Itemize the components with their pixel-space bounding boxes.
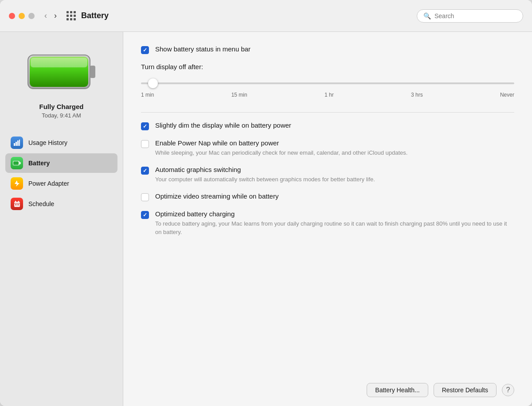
grid-dot	[70, 11, 72, 13]
slider-tick-label-1min: 1 min	[141, 92, 154, 98]
grid-dot	[74, 11, 76, 13]
sidebar-item-usage-history[interactable]: Usage History	[5, 133, 117, 152]
setting-row-optimized-charging: Optimized battery charging To reduce bat…	[141, 210, 514, 236]
setting-row-auto-graphics: Automatic graphics switching Your comput…	[141, 166, 514, 183]
slider-wrap[interactable]	[141, 77, 514, 90]
minimize-button[interactable]	[19, 13, 25, 19]
sidebar-item-battery[interactable]: Battery	[5, 153, 117, 173]
main-area: Fully Charged Today, 9:41 AM Usage Histo…	[0, 32, 532, 406]
svg-rect-10	[13, 161, 19, 165]
svg-rect-15	[14, 203, 20, 204]
restore-defaults-button[interactable]: Restore Defaults	[434, 383, 497, 397]
svg-rect-4	[14, 143, 15, 146]
sidebar-item-label: Battery	[28, 160, 50, 167]
forward-button[interactable]: ›	[51, 9, 59, 22]
power-adapter-icon	[11, 177, 23, 190]
grid-dot	[66, 18, 69, 20]
sidebar-item-schedule[interactable]: Schedule	[5, 194, 117, 214]
grid-dot	[70, 15, 72, 17]
optimize-video-label[interactable]: Optimize video streaming while on batter…	[155, 192, 278, 200]
sidebar-nav: Usage History Battery	[5, 133, 117, 214]
help-button[interactable]: ?	[502, 384, 514, 396]
search-icon: 🔍	[423, 12, 431, 20]
battery-status: Fully Charged	[39, 103, 83, 110]
optimized-charging-desc: To reduce battery aging, your Mac learns…	[155, 220, 514, 236]
show-battery-checkbox-wrap[interactable]	[141, 46, 149, 54]
svg-rect-1	[90, 66, 95, 78]
display-off-slider-section: Turn display off after: 1 min 15 min 1 h…	[141, 63, 514, 98]
sidebar-item-label: Usage History	[28, 139, 67, 146]
power-nap-checkbox-wrap[interactable]	[141, 140, 149, 148]
optimized-charging-label[interactable]: Optimized battery charging	[155, 210, 235, 218]
back-button[interactable]: ‹	[42, 9, 50, 22]
dim-display-text: Slightly dim the display while on batter…	[155, 121, 514, 129]
system-preferences-window: ‹ › Battery 🔍	[0, 0, 532, 406]
display-off-slider[interactable]	[141, 82, 514, 84]
battery-icon	[11, 157, 23, 169]
grid-dot	[74, 15, 76, 17]
auto-graphics-desc: Your computer will automatically switch …	[155, 176, 514, 183]
sidebar-item-label: Power Adapter	[28, 180, 69, 187]
battery-health-button[interactable]: Battery Health...	[367, 383, 428, 397]
maximize-button[interactable]	[28, 13, 35, 19]
dim-display-label[interactable]: Slightly dim the display while on batter…	[155, 121, 291, 129]
search-box[interactable]: 🔍	[417, 9, 523, 23]
battery-illustration	[26, 50, 97, 96]
show-battery-text: Show battery status in menu bar	[155, 45, 514, 53]
setting-row-dim-display: Slightly dim the display while on batter…	[141, 121, 514, 130]
svg-rect-7	[19, 140, 20, 146]
svg-rect-16	[15, 204, 16, 205]
optimized-charging-text: Optimized battery charging To reduce bat…	[155, 210, 514, 236]
optimized-charging-checkbox-wrap[interactable]	[141, 211, 149, 219]
nav-buttons: ‹ ›	[42, 9, 59, 22]
sidebar-item-label: Schedule	[28, 200, 54, 207]
svg-rect-13	[15, 201, 16, 203]
battery-status-label: Fully Charged	[39, 103, 83, 110]
battery-time-label: Today, 9:41 AM	[42, 112, 81, 119]
usage-history-icon	[11, 137, 23, 149]
show-battery-checkbox[interactable]	[141, 46, 149, 54]
grid-dot	[74, 18, 76, 20]
titlebar: ‹ › Battery 🔍	[0, 0, 532, 32]
svg-rect-17	[16, 204, 17, 205]
optimize-video-text: Optimize video streaming while on batter…	[155, 192, 514, 200]
slider-tick-label-3hrs: 3 hrs	[411, 92, 423, 98]
sidebar: Fully Charged Today, 9:41 AM Usage Histo…	[0, 32, 123, 406]
auto-graphics-checkbox[interactable]	[141, 167, 149, 175]
dim-display-checkbox[interactable]	[141, 122, 149, 130]
optimize-video-checkbox[interactable]	[141, 193, 149, 201]
page-title: Battery	[81, 11, 417, 20]
svg-rect-6	[17, 141, 19, 146]
slider-tick-label-1hr: 1 hr	[325, 92, 334, 98]
slider-tick-label-never: Never	[500, 92, 514, 98]
setting-row-optimize-video: Optimize video streaming while on batter…	[141, 192, 514, 201]
grid-dot	[66, 15, 69, 17]
optimized-charging-checkbox[interactable]	[141, 211, 149, 219]
schedule-icon	[11, 198, 23, 210]
content-footer: Battery Health... Restore Defaults ?	[141, 374, 514, 397]
setting-row-power-nap: Enable Power Nap while on battery power …	[141, 139, 514, 157]
dim-display-checkbox-wrap[interactable]	[141, 122, 149, 130]
setting-row-show-battery: Show battery status in menu bar	[141, 45, 514, 54]
auto-graphics-text: Automatic graphics switching Your comput…	[155, 166, 514, 183]
search-input[interactable]	[434, 12, 516, 20]
close-button[interactable]	[9, 13, 15, 19]
power-nap-checkbox[interactable]	[141, 140, 149, 148]
power-nap-text: Enable Power Nap while on battery power …	[155, 139, 514, 157]
svg-rect-3	[31, 58, 87, 67]
auto-graphics-checkbox-wrap[interactable]	[141, 167, 149, 175]
show-battery-label[interactable]: Show battery status in menu bar	[155, 45, 250, 53]
power-nap-desc: While sleeping, your Mac can periodicall…	[155, 149, 514, 157]
grid-dot	[66, 11, 69, 13]
slider-label: Turn display off after:	[141, 63, 514, 70]
grid-dot	[70, 18, 72, 20]
power-nap-label[interactable]: Enable Power Nap while on battery power	[155, 139, 279, 147]
grid-icon[interactable]	[66, 11, 76, 20]
auto-graphics-label[interactable]: Automatic graphics switching	[155, 166, 241, 173]
apps-grid-icon	[66, 11, 76, 20]
svg-rect-14	[18, 201, 19, 203]
content-area: Show battery status in menu bar Turn dis…	[123, 32, 532, 406]
sidebar-item-power-adapter[interactable]: Power Adapter	[5, 174, 117, 193]
slider-tick-label-15min: 15 min	[231, 92, 247, 98]
optimize-video-checkbox-wrap[interactable]	[141, 193, 149, 201]
